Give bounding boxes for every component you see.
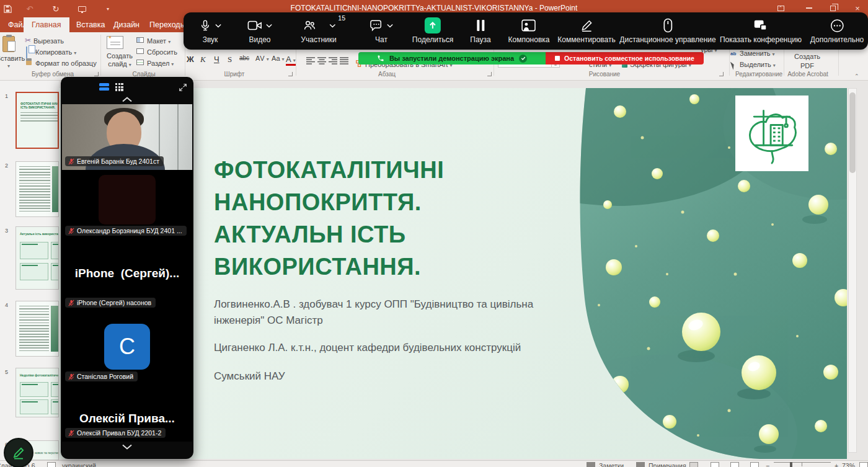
participant-display-name: iPhone (Сергей)... bbox=[62, 267, 192, 280]
collapse-videos-chevron-up[interactable] bbox=[122, 97, 133, 102]
slideshow-view-icon[interactable] bbox=[750, 462, 759, 467]
cut-button[interactable]: Вырезать bbox=[33, 37, 64, 45]
copy-button[interactable]: Копировать bbox=[35, 48, 76, 56]
scroll-videos-chevron-down[interactable] bbox=[122, 444, 133, 450]
bold-button[interactable]: Ж bbox=[187, 55, 194, 64]
participants-count-badge: 15 bbox=[338, 14, 345, 22]
vertical-scrollbar[interactable] bbox=[848, 88, 857, 453]
italic-button[interactable]: К bbox=[200, 55, 206, 64]
format-painter-button[interactable]: Формат по образцу bbox=[35, 60, 97, 67]
paragraph-dialog-launcher[interactable] bbox=[487, 72, 492, 76]
layout-label: Компоновка bbox=[508, 35, 550, 44]
share-up-arrow-icon bbox=[425, 17, 441, 33]
slide-scroll-zone bbox=[847, 81, 868, 460]
replace-button[interactable]: Заменить bbox=[740, 50, 774, 57]
comments-button[interactable]: Примечания bbox=[649, 462, 686, 467]
participant-tile-dark[interactable]: Олександр Борзяниця БУД 2401 ... bbox=[62, 170, 192, 237]
participant-tile-name[interactable]: Олексій Прива... Олексій Привал БУД 2201… bbox=[62, 383, 192, 442]
normal-view-icon[interactable] bbox=[689, 462, 698, 467]
thumbnail-title: новок та перспективи bbox=[35, 451, 59, 455]
layout-button-zoom[interactable]: Компоновка bbox=[508, 17, 550, 44]
align-right-icon[interactable] bbox=[329, 57, 337, 64]
font-dialog-launcher[interactable] bbox=[288, 72, 293, 76]
zoom-out-icon[interactable]: − bbox=[766, 462, 769, 467]
thumbnail-slide-3[interactable]: Актуальн ість використання фотокат bbox=[16, 226, 59, 290]
character-spacing-button[interactable]: АV bbox=[255, 55, 269, 62]
chevron-down-icon[interactable] bbox=[266, 24, 272, 28]
language-status[interactable]: украинский bbox=[62, 462, 96, 467]
pause-label: Пауза bbox=[470, 35, 490, 44]
shield-check-icon bbox=[519, 55, 527, 63]
create-pdf-button[interactable]: Создать PDF bbox=[788, 52, 826, 71]
remote-control-button[interactable]: Дистанционное управление bbox=[619, 17, 715, 44]
video-button[interactable]: Видео bbox=[247, 17, 272, 44]
more-button[interactable]: Дополнительно bbox=[810, 17, 864, 44]
share-screen-button[interactable]: Поделиться bbox=[412, 17, 453, 44]
layout-button[interactable]: Макет bbox=[147, 37, 170, 45]
reset-icon bbox=[136, 48, 144, 54]
thumbnail-slide-2[interactable] bbox=[16, 161, 59, 217]
slide-subtitle-university: Сумський НАУ bbox=[214, 368, 567, 385]
align-center-icon[interactable] bbox=[317, 57, 326, 64]
clipboard-dialog-launcher[interactable] bbox=[94, 72, 99, 76]
participants-button[interactable]: 15 Участники bbox=[301, 17, 336, 44]
underline-button[interactable]: Ч bbox=[214, 55, 219, 64]
zoom-slider-handle[interactable] bbox=[790, 462, 792, 467]
select-button[interactable]: Выделить bbox=[740, 61, 776, 68]
reset-button[interactable]: Сбросить bbox=[147, 48, 177, 56]
slide-sorter-view-icon[interactable] bbox=[711, 462, 719, 467]
drawing-dialog-launcher[interactable] bbox=[719, 72, 724, 76]
zoom-in-icon[interactable]: + bbox=[835, 462, 838, 467]
paste-dropdown-icon[interactable]: ▾ bbox=[7, 63, 10, 69]
tab-home[interactable]: Главная bbox=[24, 17, 69, 32]
reading-view-icon[interactable] bbox=[730, 462, 739, 467]
new-slide-icon bbox=[107, 36, 123, 49]
paste-button[interactable]: Вставить bbox=[0, 55, 30, 62]
thumbnail-slide-5[interactable]: Недоліки фотокаталітичних нано bbox=[16, 368, 59, 417]
participant-tile-name[interactable]: iPhone (Сергей)... iPhone (Сергей) насон… bbox=[62, 237, 192, 310]
zoom-slider-track[interactable] bbox=[774, 462, 831, 463]
expand-panel-icon[interactable] bbox=[179, 83, 187, 92]
participant-name-pill: Евгеній Баранік Буд 2401ст bbox=[65, 156, 164, 166]
paste-icon[interactable] bbox=[1, 35, 17, 53]
align-left-icon[interactable] bbox=[306, 57, 315, 64]
new-slide-button[interactable]: Создать слайд bbox=[102, 52, 137, 69]
audio-button[interactable]: Звук bbox=[199, 17, 221, 44]
section-button[interactable]: Раздел bbox=[147, 60, 174, 67]
slide-subtitle-supervisor: Циганенко Л.А. к.т.н., доцент кафедри бу… bbox=[214, 340, 567, 356]
change-case-button[interactable]: Аа bbox=[272, 55, 285, 62]
zoom-percent[interactable]: 73% bbox=[842, 462, 855, 467]
stop-share-banner[interactable]: Остановить совместное использование bbox=[546, 52, 704, 64]
text-shadow-button[interactable]: S bbox=[228, 55, 232, 64]
font-color-button[interactable]: А bbox=[286, 55, 296, 66]
annotation-tools-button[interactable] bbox=[4, 438, 33, 467]
slide-thumbnail-panel[interactable]: 1 ФОТОКАТАЛ ІТИЧНІ НАНОПОКРИТТЯ. АКТУАЛЬ… bbox=[0, 81, 59, 460]
chat-button[interactable]: Чат bbox=[370, 17, 393, 44]
chevron-down-icon[interactable] bbox=[215, 24, 221, 28]
participant-tile-avatar[interactable]: C Станіслав Роговий bbox=[62, 310, 192, 383]
collapse-ribbon-icon[interactable]: ⌃ bbox=[854, 73, 859, 79]
gallery-view-icon[interactable] bbox=[99, 83, 109, 92]
participants-panel[interactable]: Евгеній Баранік Буд 2401ст Олександр Бор… bbox=[61, 77, 193, 459]
comments-icon bbox=[636, 462, 645, 467]
notes-button[interactable]: Заметки bbox=[599, 462, 624, 467]
ellipsis-icon bbox=[830, 19, 844, 33]
strikethrough-button[interactable]: abc bbox=[239, 55, 249, 61]
thumbnail-slide-4[interactable] bbox=[16, 301, 59, 357]
annotate-button[interactable]: Комментировать bbox=[557, 17, 615, 44]
select-icon bbox=[730, 60, 737, 70]
fit-to-window-icon[interactable] bbox=[859, 462, 868, 467]
justify-icon[interactable] bbox=[340, 57, 348, 64]
thumbnail-slide-1[interactable]: ФОТОКАТАЛ ІТИЧНІ НАНОПОКРИТТЯ. АКТУАЛЬН … bbox=[16, 92, 59, 149]
show-conference-button[interactable]: Показать конференцию bbox=[720, 17, 802, 44]
editing-group-label: Редактирование bbox=[735, 71, 782, 78]
scrollbar-thumb[interactable] bbox=[849, 92, 856, 173]
grid-view-icon[interactable] bbox=[115, 83, 123, 91]
share-label: Поделиться bbox=[412, 35, 453, 44]
thumbnail-number: 1 bbox=[5, 93, 8, 99]
pause-share-button[interactable]: Пауза bbox=[470, 17, 490, 44]
spellcheck-icon[interactable] bbox=[47, 462, 56, 467]
participant-tile-video[interactable]: Евгеній Баранік Буд 2401ст bbox=[62, 104, 192, 170]
chevron-down-icon[interactable] bbox=[329, 24, 335, 28]
chevron-down-icon[interactable] bbox=[387, 24, 393, 28]
